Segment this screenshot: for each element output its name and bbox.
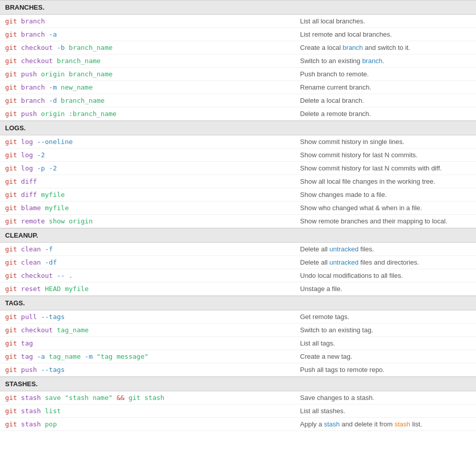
description-cell: Show commit history for last N commits. bbox=[300, 151, 471, 159]
table-row: git tag -a tag_name -m "tag message"Crea… bbox=[0, 350, 476, 363]
description-cell: Show who changed what & when in a file. bbox=[300, 204, 471, 212]
description-cell: List all tags. bbox=[300, 339, 471, 347]
command-cell: git diff bbox=[5, 178, 300, 185]
section-header-cleanup: CLEANUP. bbox=[0, 228, 476, 243]
description-cell: Show remote branches and their mapping t… bbox=[300, 217, 471, 225]
table-row: git reset HEAD myfileUnstage a file. bbox=[0, 282, 476, 296]
description-cell: Delete a remote branch. bbox=[300, 110, 471, 118]
description-cell: List all stashes. bbox=[300, 407, 471, 415]
description-cell: Create a new tag. bbox=[300, 353, 471, 360]
table-row: git stash save "stash name" && git stash… bbox=[0, 391, 476, 405]
description-cell: List all local branches. bbox=[300, 17, 471, 25]
command-cell: git push origin :branch_name bbox=[5, 110, 300, 118]
description-cell: Push branch to remote. bbox=[300, 70, 471, 78]
description-cell: Save changes to a stash. bbox=[300, 394, 471, 401]
table-row: git checkout branch_nameSwitch to an exi… bbox=[0, 54, 476, 68]
table-row: git checkout -- .Undo local modification… bbox=[0, 269, 476, 282]
table-row: git stash listList all stashes. bbox=[0, 405, 476, 418]
table-row: git stash popApply a stash and delete it… bbox=[0, 418, 476, 431]
command-cell: git tag -a tag_name -m "tag message" bbox=[5, 353, 300, 360]
table-row: git push origin branch_namePush branch t… bbox=[0, 68, 476, 81]
table-row: git log -2Show commit history for last N… bbox=[0, 149, 476, 162]
description-cell: Switch to an existing branch. bbox=[300, 57, 471, 65]
app-container: BRANCHES.git branchList all local branch… bbox=[0, 0, 476, 431]
table-row: git clean -dfDelete all untracked files … bbox=[0, 256, 476, 269]
table-row: git tagList all tags. bbox=[0, 337, 476, 350]
command-cell: git blame myfile bbox=[5, 204, 300, 212]
section-header-stashes: STASHES. bbox=[0, 377, 476, 391]
table-row: git push --tagsPush all tags to remote r… bbox=[0, 363, 476, 377]
table-row: git checkout tag_nameSwitch to an existi… bbox=[0, 324, 476, 337]
command-cell: git diff myfile bbox=[5, 191, 300, 198]
description-cell: Push all tags to remote repo. bbox=[300, 366, 471, 373]
command-cell: git log -p -2 bbox=[5, 164, 300, 172]
command-cell: git branch bbox=[5, 17, 300, 25]
section-header-tags: TAGS. bbox=[0, 296, 476, 310]
command-cell: git branch -a bbox=[5, 31, 300, 38]
command-cell: git push origin branch_name bbox=[5, 70, 300, 78]
description-cell: Undo local modifications to all files. bbox=[300, 272, 471, 279]
command-cell: git stash save "stash name" && git stash bbox=[5, 394, 300, 401]
command-cell: git checkout branch_name bbox=[5, 57, 300, 65]
description-cell: Show all local file changes in the worki… bbox=[300, 178, 471, 185]
table-row: git log --onelineShow commit history in … bbox=[0, 135, 476, 149]
table-row: git clean -fDelete all untracked files. bbox=[0, 243, 476, 256]
table-row: git branch -aList remote and local branc… bbox=[0, 28, 476, 41]
table-row: git pull --tagsGet remote tags. bbox=[0, 310, 476, 324]
table-row: git branchList all local branches. bbox=[0, 15, 476, 28]
description-cell: Switch to an existing tag. bbox=[300, 326, 471, 334]
description-cell: Delete all untracked files. bbox=[300, 245, 471, 253]
command-cell: git checkout tag_name bbox=[5, 326, 300, 334]
description-cell: Delete all untracked files and directori… bbox=[300, 258, 471, 266]
table-row: git diffShow all local file changes in t… bbox=[0, 175, 476, 188]
description-cell: Create a local branch and switch to it. bbox=[300, 44, 471, 51]
table-row: git diff myfileShow changes made to a fi… bbox=[0, 188, 476, 202]
command-cell: git clean -df bbox=[5, 258, 300, 266]
description-cell: List remote and local branches. bbox=[300, 31, 471, 38]
table-row: git branch -d branch_nameDelete a local … bbox=[0, 94, 476, 107]
description-cell: Get remote tags. bbox=[300, 313, 471, 321]
description-cell: Show commit history in single lines. bbox=[300, 138, 471, 146]
command-cell: git stash pop bbox=[5, 420, 300, 428]
description-cell: Delete a local branch. bbox=[300, 97, 471, 104]
section-header-logs: LOGS. bbox=[0, 121, 476, 135]
table-row: git checkout -b branch_nameCreate a loca… bbox=[0, 41, 476, 54]
table-row: git push origin :branch_nameDelete a rem… bbox=[0, 107, 476, 121]
command-cell: git log --oneline bbox=[5, 138, 300, 146]
description-cell: Show commit history for last N commits w… bbox=[300, 164, 471, 172]
command-cell: git remote show origin bbox=[5, 217, 300, 225]
description-cell: Show changes made to a file. bbox=[300, 191, 471, 198]
command-cell: git branch -m new_name bbox=[5, 83, 300, 91]
command-cell: git pull --tags bbox=[5, 313, 300, 321]
command-cell: git branch -d branch_name bbox=[5, 97, 300, 104]
description-cell: Apply a stash and delete it from stash l… bbox=[300, 420, 471, 428]
command-cell: git clean -f bbox=[5, 245, 300, 253]
command-cell: git log -2 bbox=[5, 151, 300, 159]
table-row: git branch -m new_nameRename current bra… bbox=[0, 81, 476, 94]
command-cell: git reset HEAD myfile bbox=[5, 285, 300, 293]
section-header-branches: BRANCHES. bbox=[0, 0, 476, 15]
table-row: git remote show originShow remote branch… bbox=[0, 215, 476, 228]
table-row: git blame myfileShow who changed what & … bbox=[0, 202, 476, 215]
command-cell: git checkout -b branch_name bbox=[5, 44, 300, 51]
command-cell: git stash list bbox=[5, 407, 300, 415]
command-cell: git checkout -- . bbox=[5, 272, 300, 279]
table-row: git log -p -2Show commit history for las… bbox=[0, 162, 476, 175]
command-cell: git tag bbox=[5, 339, 300, 347]
description-cell: Unstage a file. bbox=[300, 285, 471, 293]
description-cell: Rename current branch. bbox=[300, 83, 471, 91]
command-cell: git push --tags bbox=[5, 366, 300, 373]
